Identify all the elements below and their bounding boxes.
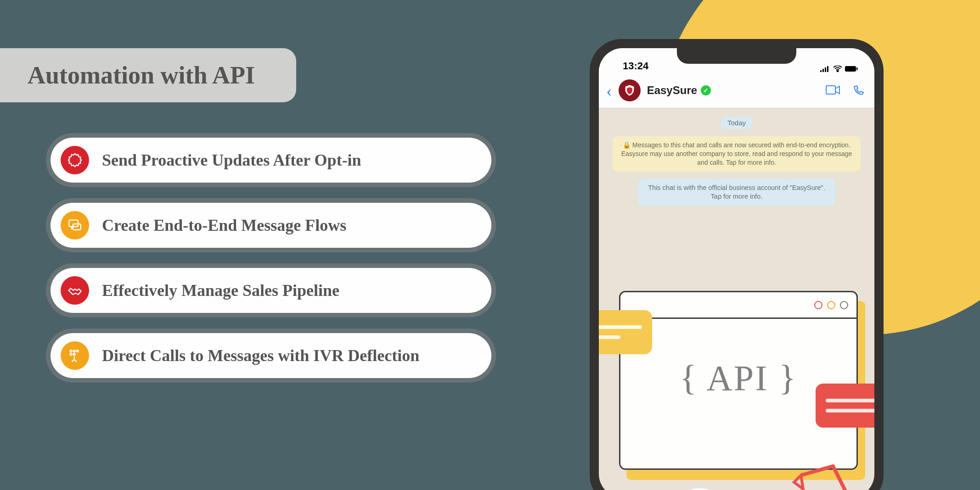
contact-name[interactable]: EasySure ✓: [647, 84, 819, 97]
feature-label: Direct Calls to Messages with IVR Deflec…: [102, 346, 419, 365]
phone-notch: [677, 48, 796, 64]
chat-header: ‹ EasySure ✓: [599, 75, 874, 108]
touch-icon: [61, 341, 89, 370]
back-icon[interactable]: ‹: [606, 80, 612, 100]
svg-point-3: [73, 350, 75, 352]
status-icons: [820, 66, 858, 72]
video-call-icon[interactable]: [826, 84, 840, 95]
date-pill: Today: [721, 117, 752, 129]
svg-rect-10: [827, 66, 828, 72]
handshake-icon: [61, 276, 89, 305]
svg-rect-14: [826, 86, 835, 94]
encryption-banner[interactable]: 🔒 Messages to this chat and calls are no…: [613, 136, 861, 172]
voice-call-icon[interactable]: [852, 84, 864, 96]
window-dot-yellow: [827, 301, 835, 309]
encryption-text: Messages to this chat and calls are now …: [621, 141, 852, 166]
wifi-icon: [833, 66, 842, 72]
feature-item-proactive: Send Proactive Updates After Opt-in: [51, 138, 491, 183]
business-banner[interactable]: This chat is with the official business …: [638, 179, 835, 206]
window-dot-grey: [840, 301, 848, 309]
signal-icon: [820, 66, 830, 72]
lock-icon: 🔒: [623, 141, 631, 149]
api-window: { API }: [619, 291, 858, 470]
whatsapp-badge: [672, 488, 727, 490]
chat-body: Today 🔒 Messages to this chat and calls …: [599, 108, 874, 490]
phone-mockup: 13:24 ‹ EasySure ✓ Today: [590, 39, 884, 490]
robot-arm-illustration: [773, 457, 874, 490]
svg-rect-9: [825, 67, 826, 72]
feature-item-ivr: Direct Calls to Messages with IVR Deflec…: [51, 333, 491, 378]
title-bar: Automation with API: [0, 48, 296, 102]
feature-list: Send Proactive Updates After Opt-in Crea…: [51, 138, 491, 378]
feature-label: Effectively Manage Sales Pipeline: [102, 281, 339, 300]
verified-badge-icon: ✓: [701, 85, 711, 95]
svg-rect-0: [69, 220, 78, 227]
svg-rect-8: [822, 69, 824, 72]
battery-icon: [845, 66, 858, 72]
svg-point-6: [73, 353, 75, 355]
chat-flow-icon: [61, 211, 89, 239]
svg-rect-12: [845, 66, 856, 72]
badge-icon: [61, 146, 89, 174]
contact-name-text: EasySure: [647, 84, 697, 97]
feature-label: Send Proactive Updates After Opt-in: [102, 150, 361, 170]
speech-bubble-red: [816, 384, 874, 428]
api-window-titlebar: [620, 292, 856, 319]
svg-point-2: [70, 350, 72, 352]
svg-rect-13: [856, 67, 858, 70]
feature-item-pipeline: Effectively Manage Sales Pipeline: [51, 268, 491, 313]
svg-point-5: [70, 353, 72, 355]
speech-bubble-yellow: [599, 310, 652, 354]
svg-point-11: [837, 71, 839, 72]
page-title: Automation with API: [28, 61, 255, 89]
window-dot-red: [814, 301, 822, 309]
feature-label: Create End-to-End Message Flows: [102, 216, 346, 235]
svg-point-4: [77, 350, 79, 352]
svg-rect-7: [820, 70, 822, 72]
status-time: 13:24: [623, 60, 648, 72]
phone-screen: 13:24 ‹ EasySure ✓ Today: [599, 48, 874, 490]
feature-item-flows: Create End-to-End Message Flows: [51, 203, 491, 248]
contact-avatar[interactable]: [619, 79, 641, 101]
